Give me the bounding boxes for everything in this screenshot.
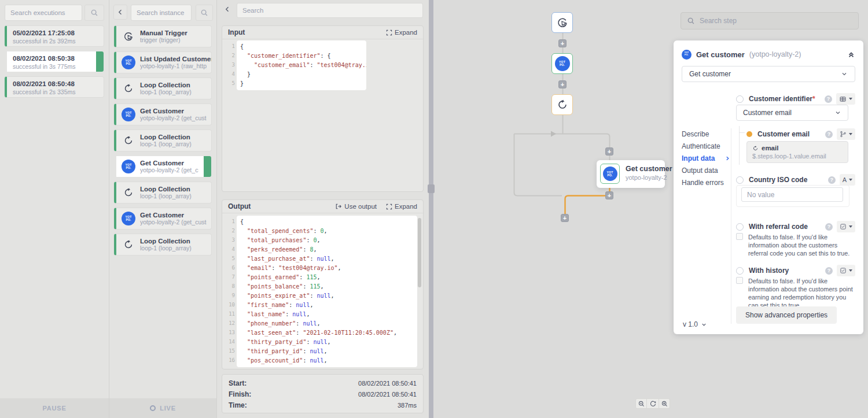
zoom-in-button[interactable]: [659, 398, 670, 409]
double-chevron-up-icon: [847, 50, 855, 58]
version-select[interactable]: v 1.0: [683, 320, 707, 328]
nav-item-output-data[interactable]: Output data: [682, 167, 730, 174]
customer-identifier-label: Customer identifier*: [749, 95, 815, 103]
input-code[interactable]: { "customer_identifier": { "customer_ema…: [237, 40, 366, 90]
add-step-button[interactable]: +: [558, 80, 567, 88]
input-title: Input: [228, 28, 245, 36]
instance-step-item[interactable]: YOTPO.Get Customeryotpo-loyalty-2 (get_c…: [114, 208, 212, 230]
executions-list: 05/02/2021 17:25:08successful in 2s 392m…: [0, 25, 109, 102]
nav-item-input-data[interactable]: Input data: [682, 155, 730, 162]
node-get-customer[interactable]: YOTPO. Get customer yotpo-loyalty-2: [597, 160, 665, 188]
node-loop-collection[interactable]: [551, 94, 573, 115]
add-step-button[interactable]: +: [561, 214, 569, 222]
search-instance-button[interactable]: [196, 5, 213, 21]
search-icon: [687, 17, 695, 25]
chevron-left-icon: [224, 5, 231, 13]
collapse-panel-button[interactable]: [113, 5, 127, 20]
caret-down-icon: [849, 179, 852, 181]
output-scrollbar[interactable]: [418, 218, 421, 287]
country-iso-radio[interactable]: [736, 176, 744, 184]
search-executions-button[interactable]: [84, 5, 104, 21]
instance-step-item[interactable]: Loop Collectionloop-1 (loop_array): [114, 182, 212, 204]
node-get-customer-icon-box[interactable]: YOTPO.: [600, 164, 620, 184]
timing-footer: Start: 08/02/2021 08:50:41 Finish: 08/02…: [222, 374, 424, 413]
search-debug-input[interactable]: [237, 3, 423, 18]
pause-button[interactable]: PAUSE: [0, 398, 109, 418]
instance-steps-panel: Manual Triggertrigger (trigger)YOTPO.Lis…: [109, 0, 217, 418]
collapse-panel-button[interactable]: [847, 50, 855, 58]
instance-step-item[interactable]: YOTPO.List Updated Customersyotpo-loyalt…: [114, 51, 212, 73]
step-title: Get customer: [696, 50, 745, 59]
country-iso-input[interactable]: [741, 187, 843, 202]
execution-item[interactable]: 08/02/2021 08:50:48successful in 2s 335m…: [5, 76, 104, 98]
customer-identifier-type-button[interactable]: [836, 93, 855, 105]
search-icon: [90, 9, 98, 17]
customer-identifier-select[interactable]: Customer email: [736, 105, 848, 121]
step-item-title: Loop Collection: [140, 186, 192, 193]
chevron-down-icon: [841, 71, 848, 77]
manual-trigger-icon: [556, 16, 569, 29]
instance-step-item[interactable]: YOTPO.Get Customeryotpo-loyalty-2 (get_c…: [114, 103, 212, 125]
customer-email-label: Customer email: [757, 130, 810, 138]
caret-down-icon: [849, 98, 852, 100]
input-expand-button[interactable]: Expand: [386, 29, 417, 36]
nav-item-handle-errors[interactable]: Handle errors: [682, 179, 730, 186]
nav-item-authenticate[interactable]: Authenticate: [682, 143, 730, 150]
execution-item[interactable]: 05/02/2021 17:25:08successful in 2s 392m…: [5, 25, 104, 47]
live-indicator-icon: [150, 405, 156, 411]
help-icon[interactable]: ?: [825, 267, 833, 275]
instance-step-item[interactable]: Manual Triggertrigger (trigger): [114, 25, 212, 47]
search-step-input[interactable]: [700, 17, 852, 25]
search-executions-input[interactable]: [5, 5, 82, 21]
zoom-out-button[interactable]: [635, 398, 647, 409]
add-step-button[interactable]: +: [558, 39, 567, 47]
panel-resize-divider[interactable]: [429, 0, 433, 418]
use-output-button[interactable]: Use output: [335, 203, 377, 210]
add-step-button[interactable]: +: [605, 147, 613, 156]
referral-type-button[interactable]: [837, 221, 855, 232]
checkbox-type-icon: [840, 223, 847, 230]
node-list-updated-customers[interactable]: YOTPO.: [551, 53, 573, 74]
caret-down-icon: [849, 225, 852, 228]
node-manual-trigger[interactable]: [551, 12, 573, 33]
finish-label: Finish:: [229, 390, 251, 398]
pause-label: PAUSE: [42, 405, 66, 412]
step-item-title: Loop Collection: [140, 82, 192, 88]
with-referral-checkbox[interactable]: [736, 233, 743, 240]
help-icon[interactable]: ?: [828, 176, 836, 184]
node-title: Get customer: [626, 165, 672, 173]
operation-select[interactable]: Get customer: [682, 66, 855, 82]
yotpo-icon: YOTPO.: [122, 56, 135, 69]
back-button[interactable]: [224, 5, 231, 13]
instance-step-item[interactable]: Loop Collectionloop-1 (loop_array): [114, 77, 212, 99]
instance-step-item[interactable]: YOTPO.Get Customeryotpo-loyalty-2 (get_c…: [114, 156, 212, 177]
email-mapping-chip[interactable]: email $.steps.loop-1.value.email: [746, 141, 848, 163]
country-type-button[interactable]: A: [840, 174, 855, 186]
customer-identifier-radio[interactable]: [736, 95, 744, 103]
with-referral-radio[interactable]: [736, 223, 744, 231]
help-icon[interactable]: ?: [825, 223, 833, 231]
nav-item-describe[interactable]: Describe: [682, 131, 730, 138]
chip-path: $.steps.loop-1.value.email: [752, 153, 843, 160]
with-history-checkbox[interactable]: [736, 277, 743, 284]
show-advanced-properties-button[interactable]: Show advanced properties: [736, 306, 837, 324]
output-expand-button[interactable]: Expand: [386, 203, 417, 210]
time-value: 387ms: [398, 402, 417, 409]
help-icon[interactable]: ?: [825, 95, 832, 103]
instance-step-item[interactable]: Loop Collectionloop-1 (loop_array): [114, 130, 212, 151]
with-history-radio[interactable]: [736, 267, 744, 275]
add-step-button[interactable]: +: [605, 191, 613, 199]
instance-step-item[interactable]: Loop Collectionloop-1 (loop_array): [114, 234, 212, 256]
history-type-button[interactable]: [837, 265, 855, 276]
search-instance-input[interactable]: [131, 5, 192, 21]
help-icon[interactable]: ?: [825, 131, 833, 138]
execution-item[interactable]: 08/02/2021 08:50:38successful in 3s 775m…: [5, 51, 104, 72]
reset-zoom-button[interactable]: [647, 398, 659, 409]
step-item-subtitle: trigger (trigger): [140, 36, 187, 43]
execution-status: successful in 2s 392ms: [13, 38, 98, 45]
loop-icon: [123, 187, 134, 198]
customer-email-type-button[interactable]: [837, 128, 855, 140]
output-code[interactable]: { "total_spend_cents": 0, "total_purchas…: [237, 216, 417, 367]
branch-icon: [840, 131, 847, 138]
live-toggle[interactable]: LIVE: [109, 398, 216, 418]
